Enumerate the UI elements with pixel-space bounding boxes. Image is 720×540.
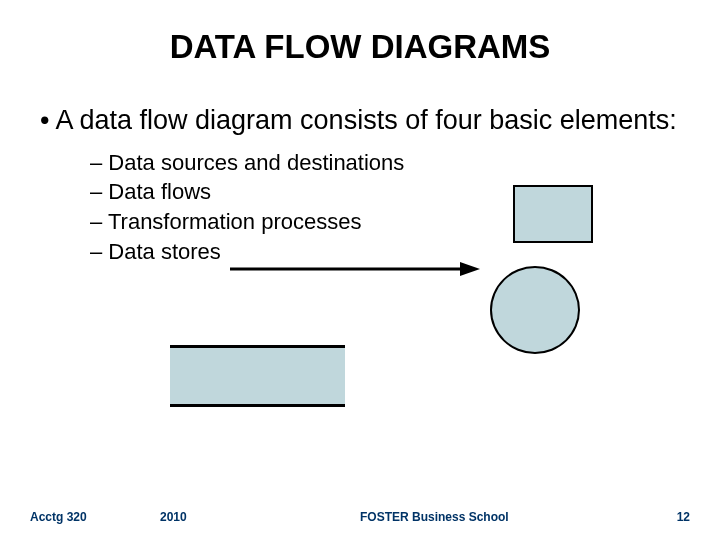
datastore-icon: [170, 345, 345, 407]
footer-course: Acctg 320: [30, 510, 87, 524]
svg-marker-1: [460, 262, 480, 276]
arrow-icon: [230, 259, 480, 279]
footer-school: FOSTER Business School: [360, 510, 509, 524]
sub-item: – Data sources and destinations: [90, 148, 680, 178]
footer-page-number: 12: [677, 510, 690, 524]
sub-item-label: Data stores: [108, 239, 221, 264]
circle-icon: [490, 266, 580, 354]
rectangle-icon: [513, 185, 593, 243]
sub-item-label: Data sources and destinations: [108, 150, 404, 175]
slide-title: DATA FLOW DIAGRAMS: [0, 0, 720, 66]
sub-item-label: Transformation processes: [108, 209, 362, 234]
sub-item-label: Data flows: [108, 179, 211, 204]
main-bullet: A data flow diagram consists of four bas…: [40, 104, 680, 138]
content-area: A data flow diagram consists of four bas…: [0, 66, 720, 267]
footer-year: 2010: [160, 510, 187, 524]
